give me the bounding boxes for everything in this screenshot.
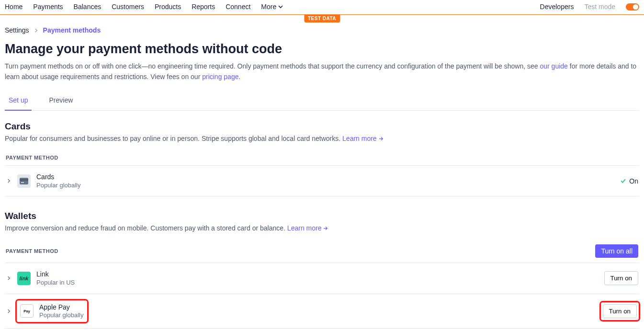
wallets-table-header: PAYMENT METHOD Turn on all: [5, 242, 639, 263]
svg-rect-1: [20, 179, 28, 181]
test-data-badge: TEST DATA: [304, 15, 340, 23]
pm-row-cards[interactable]: Cards Popular globally On: [5, 166, 639, 196]
apple-pay-highlight: Pay Apple Pay Popular globally: [17, 301, 87, 322]
page-content: Settings Payment methods Manage your pay…: [0, 15, 644, 333]
pm-cards-name: Cards: [36, 172, 614, 181]
pm-row-link[interactable]: link Link Popular in US Turn on: [5, 263, 639, 294]
cards-learn-more-label: Learn more: [342, 135, 377, 142]
apple-turn-on-highlight: Turn on: [601, 303, 638, 320]
top-nav-left: Home Payments Balances Customers Product…: [5, 3, 283, 11]
page-description: Turn payment methods on or off with one …: [5, 61, 637, 82]
checkmark-icon: [620, 178, 626, 184]
section-cards-title: Cards: [5, 121, 639, 132]
guide-link[interactable]: our guide: [540, 62, 568, 70]
pm-row-apple-pay[interactable]: Pay Apple Pay Popular globally Turn on: [5, 294, 639, 329]
wallets-column-label: PAYMENT METHOD: [6, 248, 58, 254]
section-cards-desc: Popular for consumers and businesses to …: [5, 135, 639, 142]
nav-customers[interactable]: Customers: [112, 3, 144, 11]
cards-table-header: PAYMENT METHOD: [5, 153, 639, 166]
section-wallets-title: Wallets: [5, 211, 639, 221]
nav-products[interactable]: Products: [155, 3, 181, 11]
svg-rect-2: [21, 182, 24, 183]
breadcrumb: Settings Payment methods: [5, 26, 639, 34]
nav-more[interactable]: More: [261, 3, 283, 11]
pm-cards-text: Cards Popular globally: [36, 172, 614, 189]
pm-apple-text: Apple Pay Popular globally: [39, 303, 84, 320]
nav-more-label: More: [261, 3, 276, 11]
wallets-desc-text: Improve conversion and reduce fraud on m…: [5, 224, 287, 232]
tab-preview[interactable]: Preview: [45, 94, 77, 110]
turn-on-apple-pay-button[interactable]: Turn on: [603, 304, 637, 318]
pm-link-text: Link Popular in US: [36, 270, 599, 287]
section-cards: Cards Popular for consumers and business…: [5, 121, 639, 196]
chevron-right-icon[interactable]: [6, 179, 11, 183]
arrow-right-icon: [323, 226, 328, 230]
pm-cards-sub: Popular globally: [36, 182, 614, 190]
turn-on-link-button[interactable]: Turn on: [604, 271, 638, 285]
top-nav: Home Payments Balances Customers Product…: [0, 0, 644, 15]
chevron-right-icon[interactable]: [6, 309, 11, 313]
arrow-right-icon: [379, 137, 384, 141]
chevron-right-icon: [34, 28, 38, 33]
test-mode-label: Test mode: [584, 3, 615, 11]
breadcrumb-current[interactable]: Payment methods: [43, 26, 101, 34]
top-nav-right: Developers Test mode: [540, 3, 639, 11]
chevron-right-icon[interactable]: [6, 276, 11, 280]
turn-on-all-button[interactable]: Turn on all: [595, 244, 638, 258]
link-icon: link: [17, 272, 31, 285]
nav-reports[interactable]: Reports: [192, 3, 215, 11]
tab-setup[interactable]: Set up: [5, 94, 32, 111]
nav-developers[interactable]: Developers: [540, 3, 574, 11]
nav-home[interactable]: Home: [5, 3, 23, 11]
pm-apple-sub: Popular globally: [39, 311, 84, 320]
breadcrumb-root[interactable]: Settings: [5, 26, 29, 34]
nav-payments[interactable]: Payments: [33, 3, 63, 11]
section-wallets-desc: Improve conversion and reduce fraud on m…: [5, 224, 639, 232]
nav-balances[interactable]: Balances: [74, 3, 102, 11]
pm-apple-name: Apple Pay: [39, 303, 84, 311]
pm-row-google-pay[interactable]: Google Pay Popular globally Turn on: [5, 329, 639, 333]
page-title: Manage your payment methods without code: [5, 42, 639, 57]
pm-cards-status: On: [620, 177, 638, 185]
wallets-learn-more-label: Learn more: [287, 224, 322, 232]
nav-connect[interactable]: Connect: [226, 3, 250, 11]
pm-cards-status-label: On: [629, 177, 638, 185]
test-mode-toggle[interactable]: [626, 3, 639, 11]
cards-column-label: PAYMENT METHOD: [6, 155, 58, 161]
cards-desc-text: Popular for consumers and businesses to …: [5, 135, 342, 142]
pm-link-sub: Popular in US: [36, 279, 599, 287]
tabs: Set up Preview: [5, 94, 639, 111]
desc-pre: Turn payment methods on or off with one …: [5, 62, 540, 70]
svg-rect-0: [20, 178, 28, 184]
pm-link-name: Link: [36, 270, 599, 278]
wallets-learn-more-link[interactable]: Learn more: [287, 224, 328, 232]
card-icon: [17, 174, 31, 188]
desc-end: .: [238, 73, 240, 80]
section-wallets: Wallets Improve conversion and reduce fr…: [5, 211, 639, 333]
chevron-down-icon: [278, 4, 283, 9]
pricing-link[interactable]: pricing page: [202, 73, 238, 80]
apple-pay-icon: Pay: [20, 304, 34, 318]
cards-learn-more-link[interactable]: Learn more: [342, 135, 383, 142]
